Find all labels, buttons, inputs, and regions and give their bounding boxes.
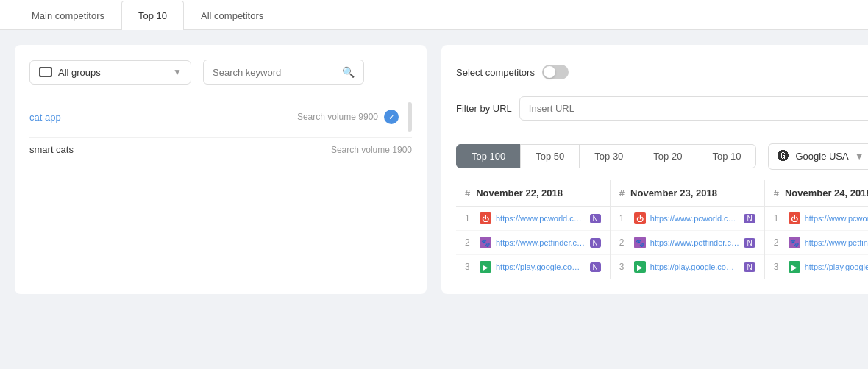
url-input[interactable] <box>519 96 868 121</box>
keyword-volume-cat-app: Search volume 9900 <box>297 112 378 122</box>
tab-top-10[interactable]: Top 10 <box>121 1 184 30</box>
row-number: 2 <box>619 237 630 248</box>
google-select-dropdown[interactable]: 🅖 Google USA ▼ <box>768 143 868 170</box>
tab-bar: Main competitors Top 10 All competitors <box>0 0 868 30</box>
chevron-down-icon: ▼ <box>855 151 864 162</box>
result-url[interactable]: https://www.pcworld.com/articl... <box>650 214 740 223</box>
filter-url-label: Filter by URL <box>456 103 512 114</box>
google-logo-icon: 🅖 <box>778 150 789 163</box>
table-row: 2 🐾 https://www.petfinder.com/blo... N <box>456 231 610 255</box>
table-row: 3 ▶ https://play.google.com/store/... N <box>765 255 868 279</box>
date-label-1: November 22, 2018 <box>476 187 563 198</box>
toggle-knob <box>544 66 555 78</box>
date-column-1: # November 22, 2018 1 ⏻ https://www.pcwo… <box>456 180 611 279</box>
select-competitors-label: Select competitors <box>456 67 535 78</box>
date-header-1: # November 22, 2018 <box>456 180 610 207</box>
row-number: 1 <box>774 213 784 223</box>
top-10-button[interactable]: Top 10 <box>697 144 756 168</box>
n-badge: N <box>590 238 601 248</box>
top-100-button[interactable]: Top 100 <box>456 144 521 168</box>
folder-icon <box>39 67 52 77</box>
result-url[interactable]: https://www.pcworld.com/... <box>805 214 868 223</box>
group-select-dropdown[interactable]: All groups ▼ <box>29 60 191 85</box>
favicon-icon: 🐾 <box>634 237 646 248</box>
date-label-3: November 24, 2018 <box>785 187 868 198</box>
results-section: # November 22, 2018 1 ⏻ https://www.pcwo… <box>456 180 868 279</box>
n-badge: N <box>590 262 601 272</box>
select-competitors-row: Select competitors <box>456 65 569 79</box>
keyword-text-smart-cats: smart cats <box>29 144 74 155</box>
table-row: 1 ⏻ https://www.pcworld.com/articl... N <box>456 207 610 231</box>
table-row: 2 🐾 https://www.petfinder.com/blo... N <box>611 231 764 255</box>
google-select-label: Google USA <box>795 151 848 162</box>
main-content: All groups ▼ 🔍 cat app Search volume 990… <box>0 30 868 309</box>
favicon-icon: ▶ <box>480 261 491 273</box>
tab-main-competitors[interactable]: Main competitors <box>15 1 121 30</box>
filters-row: All groups ▼ 🔍 <box>29 60 412 85</box>
table-row: 1 ⏻ https://www.pcworld.com/articl... N <box>611 207 764 231</box>
n-badge: N <box>744 262 755 272</box>
table-row: 3 ▶ https://play.google.com/store/... N <box>456 255 610 279</box>
table-row: 3 ▶ https://play.google.com/store/... N <box>611 255 764 279</box>
right-panel: Select competitors ⬆ Export Filter by UR… <box>441 45 868 294</box>
search-icon: 🔍 <box>342 66 355 78</box>
keyword-link-cat-app[interactable]: cat app <box>29 112 61 123</box>
hash-icon-2: # <box>619 187 625 198</box>
keyword-volume-smart-cats: Search volume 1900 <box>331 145 412 155</box>
date-column-2: # November 23, 2018 1 ⏻ https://www.pcwo… <box>611 180 765 279</box>
result-url[interactable]: https://play.google.com/store/... <box>650 262 740 271</box>
keyword-item-cat-app: cat app Search volume 9900 ✓ <box>29 96 412 138</box>
top-30-button[interactable]: Top 30 <box>579 144 638 168</box>
top-20-button[interactable]: Top 20 <box>638 144 697 168</box>
n-badge: N <box>744 214 755 223</box>
n-badge: N <box>744 238 755 248</box>
keyword-search-box: 🔍 <box>203 60 364 85</box>
scroll-indicator[interactable] <box>408 102 412 132</box>
favicon-icon: ▶ <box>634 261 646 273</box>
row-number: 1 <box>465 213 475 223</box>
filter-url-row: Filter by URL <box>456 96 868 121</box>
result-url[interactable]: https://www.petfinder.com... <box>805 238 868 247</box>
keywords-list: cat app Search volume 9900 ✓ smart cats … <box>29 96 412 161</box>
result-url[interactable]: https://play.google.com/store/... <box>805 262 868 271</box>
search-input[interactable] <box>213 67 336 78</box>
row-number: 3 <box>619 262 630 272</box>
result-url[interactable]: https://www.pcworld.com/articl... <box>496 214 586 223</box>
row-number: 2 <box>465 237 475 248</box>
hash-icon-3: # <box>774 187 779 198</box>
result-url[interactable]: https://play.google.com/store/... <box>496 262 586 271</box>
row-number: 2 <box>774 237 784 248</box>
date-header-3: # November 24, 2018 <box>765 180 868 207</box>
date-column-3: # November 24, 2018 1 ⏻ https://www.pcwo… <box>765 180 868 279</box>
favicon-icon: ⏻ <box>789 212 800 224</box>
top-50-button[interactable]: Top 50 <box>520 144 580 168</box>
keyword-item-smart-cats: smart cats Search volume 1900 <box>29 138 412 161</box>
date-header-2: # November 23, 2018 <box>611 180 764 207</box>
table-row: 2 🐾 https://www.petfinder.com... N <box>765 231 868 255</box>
row-number: 1 <box>619 213 630 223</box>
favicon-icon: 🐾 <box>480 237 491 248</box>
chevron-down-icon: ▼ <box>173 67 182 77</box>
left-panel: All groups ▼ 🔍 cat app Search volume 990… <box>15 45 427 294</box>
result-url[interactable]: https://www.petfinder.com/blo... <box>496 238 586 247</box>
select-competitors-toggle[interactable] <box>542 65 569 79</box>
date-label-2: November 23, 2018 <box>630 187 717 198</box>
bottom-row: Top 100 Top 50 Top 30 Top 20 Top 10 🅖 Go… <box>456 132 868 180</box>
result-url[interactable]: https://www.petfinder.com/blo... <box>650 238 740 247</box>
favicon-icon: ⏻ <box>634 212 646 224</box>
favicon-icon: ▶ <box>789 261 800 273</box>
tab-all-competitors[interactable]: All competitors <box>184 1 280 30</box>
n-badge: N <box>590 214 601 223</box>
favicon-icon: ⏻ <box>480 212 491 224</box>
right-top-row: Select competitors ⬆ Export <box>456 60 868 85</box>
keyword-check-cat-app: ✓ <box>384 110 399 124</box>
top-buttons-group: Top 100 Top 50 Top 30 Top 20 Top 10 <box>456 144 756 168</box>
row-number: 3 <box>774 262 784 272</box>
group-select-label: All groups <box>58 67 167 78</box>
hash-icon-1: # <box>465 187 470 198</box>
row-number: 3 <box>465 262 475 272</box>
table-row: 1 ⏻ https://www.pcworld.com/... N <box>765 207 868 231</box>
favicon-icon: 🐾 <box>789 237 800 248</box>
